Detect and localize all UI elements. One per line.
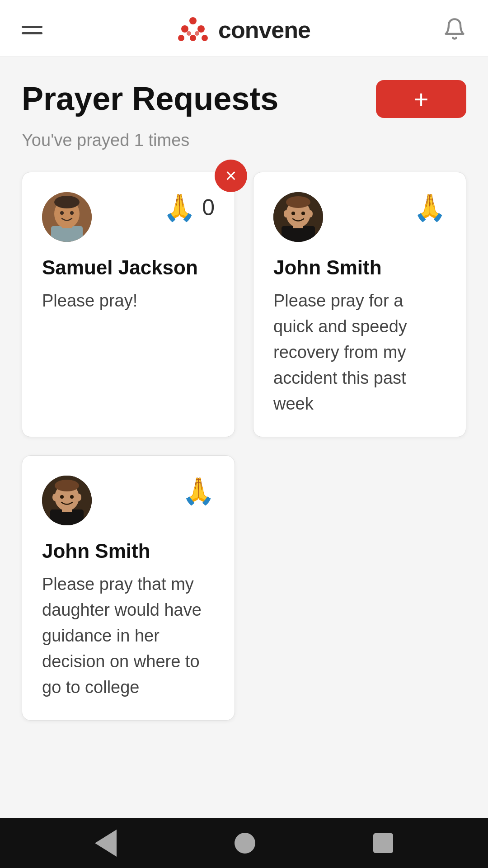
svg-rect-9 (51, 226, 83, 242)
card-message-samuel: Please pray! (42, 288, 215, 314)
svg-point-6 (187, 31, 191, 36)
prayer-cards-grid: × (22, 172, 466, 721)
svg-point-28 (55, 480, 79, 491)
svg-point-5 (202, 35, 208, 41)
pray-count-samuel: 0 (202, 194, 215, 221)
hamburger-menu-icon[interactable] (22, 26, 42, 34)
card-name-samuel: Samuel Jackson (42, 256, 215, 279)
prayer-card-john-1: 🙏 John Smith Please pray for a quick and… (253, 172, 466, 437)
svg-point-3 (178, 35, 184, 41)
pray-hands-icon: 🙏 (163, 192, 196, 223)
back-button[interactable] (95, 830, 117, 857)
svg-point-13 (60, 211, 64, 215)
prayer-card-samuel: × (22, 172, 235, 437)
logo-text: convene (218, 16, 310, 43)
pray-hands-icon-john-2: 🙏 (182, 476, 215, 506)
svg-point-22 (291, 212, 295, 215)
avatar-john-1 (273, 192, 323, 242)
back-triangle-icon (95, 830, 117, 857)
card-name-john-2: John Smith (42, 540, 215, 562)
notifications-bell-icon[interactable] (443, 17, 466, 42)
svg-point-4 (190, 35, 196, 41)
svg-point-21 (308, 210, 313, 217)
svg-point-30 (77, 494, 81, 501)
delete-card-button[interactable]: × (215, 160, 247, 192)
pray-hands-icon-john-1: 🙏 (413, 192, 446, 223)
page-header: Prayer Requests + (22, 80, 466, 118)
home-circle-icon (235, 833, 255, 854)
card-top-john-2: 🙏 (42, 476, 215, 525)
bottom-navigation (0, 818, 488, 868)
svg-rect-16 (282, 226, 315, 242)
prayed-count-text: You've prayed 1 times (22, 131, 466, 150)
main-content: Prayer Requests + You've prayed 1 times … (0, 57, 488, 818)
avatar-samuel (42, 192, 92, 242)
card-top-samuel: 🙏 0 (42, 192, 215, 242)
card-top-john-1: 🙏 (273, 192, 446, 242)
logo-dots-icon (175, 16, 211, 43)
svg-point-19 (286, 196, 310, 208)
recents-button[interactable] (373, 833, 393, 853)
logo-container: convene (175, 16, 310, 43)
card-message-john-2: Please pray that my daughter would have … (42, 571, 215, 700)
prayer-card-john-2: 🙏 John Smith Please pray that my daughte… (22, 455, 235, 721)
svg-point-1 (181, 25, 188, 33)
svg-rect-25 (50, 509, 84, 525)
svg-point-7 (195, 31, 199, 36)
app-header: convene (0, 0, 488, 57)
svg-point-23 (301, 212, 305, 215)
pray-icon-john-2[interactable]: 🙏 (182, 476, 215, 506)
card-name-john-1: John Smith (273, 256, 446, 279)
svg-point-29 (52, 494, 57, 501)
add-prayer-request-button[interactable]: + (376, 80, 466, 118)
svg-point-2 (197, 25, 205, 33)
svg-point-14 (70, 211, 74, 215)
page-title: Prayer Requests (22, 81, 278, 117)
pray-icon-samuel[interactable]: 🙏 0 (163, 192, 215, 223)
avatar-john-2 (42, 476, 92, 525)
svg-point-32 (70, 495, 74, 499)
svg-point-20 (284, 210, 288, 217)
recents-square-icon (373, 833, 393, 853)
svg-point-0 (189, 17, 197, 24)
home-button[interactable] (235, 833, 255, 854)
pray-icon-john-1[interactable]: 🙏 (413, 192, 446, 223)
card-message-john-1: Please pray for a quick and speedy recov… (273, 288, 446, 417)
svg-point-31 (60, 495, 64, 499)
svg-point-12 (54, 196, 80, 208)
